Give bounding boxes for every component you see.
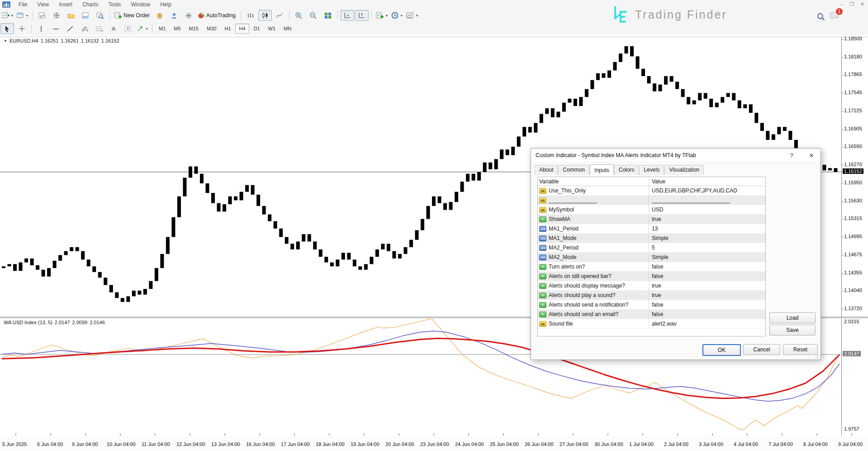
load-button[interactable]: Load	[769, 312, 816, 323]
dialog-title-bar[interactable]: Custom Indicator - Symbol Index MA Alert…	[531, 149, 821, 163]
timeframe-button-h4[interactable]: H4	[235, 24, 249, 34]
param-value[interactable]: Simple	[649, 254, 765, 260]
line-chart-mode-button[interactable]	[273, 10, 286, 21]
param-value[interactable]: false	[649, 302, 765, 308]
param-row[interactable]: abSound filealert2.wav	[538, 319, 765, 329]
price-axis[interactable]: 1.185001.181801.178651.175451.172251.169…	[842, 35, 868, 436]
menu-item-tools[interactable]: Tools	[104, 0, 126, 9]
param-value[interactable]: true	[649, 292, 765, 298]
param-row[interactable]: ∿Alerts should play a sound?true	[538, 291, 765, 300]
tab-inputs[interactable]: Inputs	[590, 164, 614, 175]
mql5-wallet-icon[interactable]	[153, 10, 166, 21]
tab-common[interactable]: Common	[558, 165, 589, 175]
dialog-help-button[interactable]: ?	[787, 151, 796, 159]
candlestick-mode-button[interactable]	[258, 10, 272, 21]
param-value[interactable]: false	[649, 273, 765, 279]
close-window-button[interactable]: ✕	[860, 1, 864, 7]
menu-item-insert[interactable]: Insert	[54, 0, 77, 9]
param-value[interactable]: alert2.wav	[649, 321, 765, 327]
tile-windows-button[interactable]	[321, 10, 335, 21]
terminal-button[interactable]	[79, 10, 92, 21]
menu-item-file[interactable]: File	[14, 0, 32, 9]
autotrading-button[interactable]: AutoTrading	[196, 10, 238, 21]
new-order-button[interactable]: New Order	[113, 10, 152, 21]
param-row[interactable]: ∿Alerts should send an email?false	[538, 310, 765, 319]
param-row[interactable]: ∿ShowMAtrue	[538, 215, 765, 224]
chart-menu-triangle-icon[interactable]: ▼	[4, 39, 7, 43]
timeframe-button-m30[interactable]: M30	[203, 24, 220, 34]
profiles-button[interactable]: ▾	[15, 10, 29, 21]
new-chart-button[interactable]: ▾	[0, 10, 14, 21]
dialog-close-button[interactable]: ✕	[807, 151, 816, 159]
timeframe-button-m5[interactable]: M5	[170, 24, 184, 34]
arrows-tool-button[interactable]: ▾	[136, 23, 149, 34]
tab-colors[interactable]: Colors	[614, 165, 639, 175]
param-row[interactable]: ∿Alerts should send a notification?false	[538, 300, 765, 310]
timeframe-button-m15[interactable]: M15	[185, 24, 202, 34]
zoom-in-button[interactable]	[292, 10, 306, 21]
param-row[interactable]: ab______________________________________…	[538, 196, 765, 205]
menu-item-window[interactable]: Window	[126, 0, 156, 9]
param-value[interactable]: false	[649, 311, 765, 317]
chart-shift-button[interactable]	[355, 10, 369, 21]
horizontal-line-tool-button[interactable]	[49, 23, 62, 34]
news-broadcast-icon[interactable]	[182, 10, 195, 21]
dialog-resize-grip[interactable]	[815, 354, 819, 358]
text-label-tool-button[interactable]: T	[121, 23, 135, 34]
param-value[interactable]: USD,EUR,GBP,CHF,JPY,AUD,CAD	[649, 187, 765, 194]
restore-button[interactable]: ❐	[849, 1, 854, 7]
data-window-button[interactable]	[50, 10, 63, 21]
param-value[interactable]: __________________________	[649, 197, 765, 203]
periods-button[interactable]: ▾	[390, 10, 404, 21]
tab-visualization[interactable]: Visualization	[664, 165, 704, 175]
navigator-button[interactable]	[64, 10, 78, 21]
auto-scroll-button[interactable]	[341, 10, 354, 21]
timeframe-button-w1[interactable]: W1	[265, 24, 280, 34]
param-row[interactable]: 123MA1_ModeSimple	[538, 234, 765, 243]
text-tool-button[interactable]: A	[107, 23, 120, 34]
param-value[interactable]: USD	[649, 206, 765, 213]
timeframe-button-h1[interactable]: H1	[221, 24, 234, 34]
menu-item-help[interactable]: Help	[155, 0, 176, 9]
cancel-button[interactable]: Cancel	[743, 344, 780, 355]
timeframe-button-d1[interactable]: D1	[250, 24, 264, 34]
param-row[interactable]: ∿Turn alerts on?false	[538, 262, 765, 272]
ok-button[interactable]: OK	[702, 344, 741, 356]
mql5-community-icon[interactable]	[167, 10, 181, 21]
param-row[interactable]: abMySymbolUSD	[538, 205, 765, 215]
fibonacci-tool-button[interactable]: F	[92, 23, 106, 34]
param-value[interactable]: 5	[649, 245, 765, 251]
param-value[interactable]: 13	[649, 226, 765, 232]
search-icon[interactable]	[817, 13, 825, 21]
time-axis[interactable]: 5 Jun 20256 Jun 04:009 Jun 04:0010 Jun 0…	[0, 436, 868, 451]
trendline-tool-button[interactable]	[63, 23, 77, 34]
param-row[interactable]: ∿Alerts on still opened bar?false	[538, 272, 765, 281]
reset-button[interactable]: Reset	[783, 344, 818, 355]
equidistant-channel-tool-button[interactable]: E	[78, 23, 91, 34]
cursor-tool-button[interactable]	[0, 23, 14, 34]
tab-levels[interactable]: Levels	[639, 165, 664, 175]
save-button[interactable]: Save	[769, 325, 816, 336]
strategy-tester-button[interactable]	[93, 10, 107, 21]
zoom-out-button[interactable]	[307, 10, 320, 21]
param-value[interactable]: false	[649, 264, 765, 270]
indicators-button[interactable]: ▾	[375, 10, 389, 21]
param-row[interactable]: 123MA2_ModeSimple	[538, 253, 765, 262]
bar-chart-mode-button[interactable]	[244, 10, 257, 21]
tab-about[interactable]: About	[535, 165, 558, 175]
param-value[interactable]: Simple	[649, 235, 765, 241]
templates-button[interactable]: ▾	[405, 10, 419, 21]
param-value[interactable]: true	[649, 283, 765, 289]
crosshair-tool-button[interactable]	[15, 23, 28, 34]
timeframe-button-mn[interactable]: MN	[280, 24, 295, 34]
timeframe-button-m1[interactable]: M1	[155, 24, 169, 34]
chat-icon[interactable]: 1	[830, 11, 840, 22]
market-watch-button[interactable]	[35, 10, 49, 21]
menu-item-charts[interactable]: Charts	[77, 0, 103, 9]
param-row[interactable]: 123MA2_Period5	[538, 243, 765, 253]
minimize-button[interactable]: –	[840, 1, 843, 7]
param-row[interactable]: ∿Alerts should display message?true	[538, 281, 765, 291]
param-row[interactable]: abUse_This_OnlyUSD,EUR,GBP,CHF,JPY,AUD,C…	[538, 186, 765, 196]
menu-item-view[interactable]: View	[32, 0, 54, 9]
vertical-line-tool-button[interactable]	[34, 23, 48, 34]
